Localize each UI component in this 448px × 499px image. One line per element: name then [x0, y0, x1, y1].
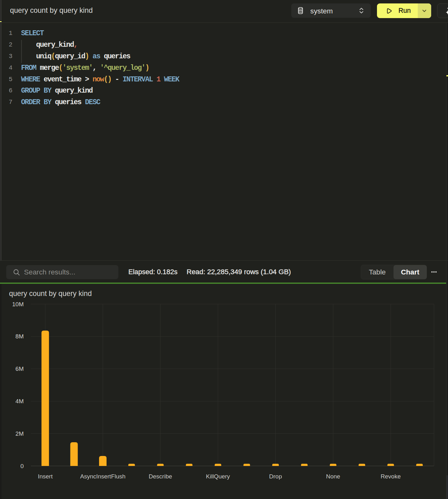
svg-text:Revoke: Revoke	[381, 473, 401, 480]
svg-text:0: 0	[20, 463, 24, 469]
svg-text:AsyncInsertFlush: AsyncInsertFlush	[80, 473, 126, 480]
svg-text:Drop: Drop	[269, 473, 282, 480]
svg-text:None: None	[326, 473, 340, 480]
svg-text:4M: 4M	[16, 398, 24, 405]
svg-text:8M: 8M	[16, 333, 24, 340]
svg-text:Insert: Insert	[38, 473, 53, 480]
svg-text:6M: 6M	[16, 366, 24, 372]
svg-text:10M: 10M	[12, 301, 24, 308]
svg-text:KillQuery: KillQuery	[206, 473, 230, 480]
svg-text:2M: 2M	[16, 430, 24, 437]
svg-text:Describe: Describe	[149, 473, 172, 480]
